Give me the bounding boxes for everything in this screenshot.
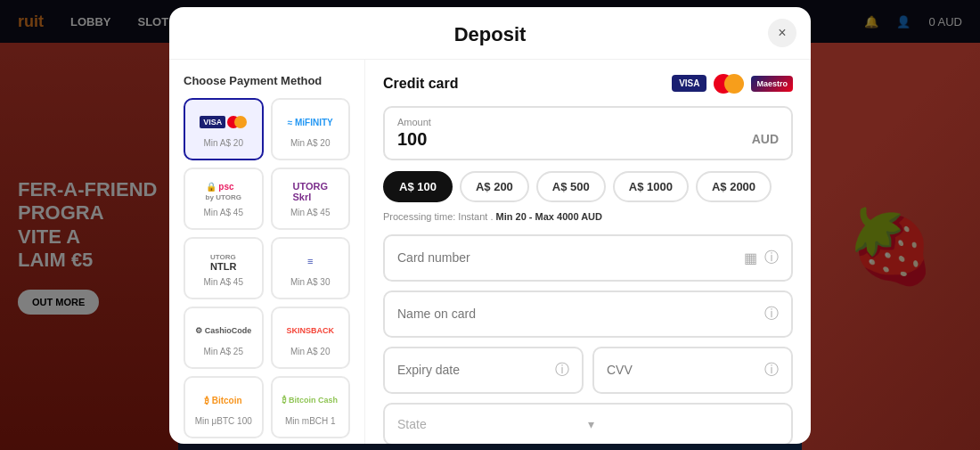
quick-amount-500[interactable]: A$ 500: [536, 171, 606, 202]
quick-amounts: A$ 100 A$ 200 A$ 500 A$ 1000 A$ 2000: [383, 171, 793, 202]
amount-box[interactable]: Amount 100 AUD: [383, 106, 793, 160]
ecopayz-logo: ≡: [307, 249, 313, 274]
expiry-input[interactable]: [397, 363, 548, 377]
mifinity-text: ≈ MiFINITY: [288, 118, 333, 127]
cvv-field[interactable]: ⓘ: [592, 347, 793, 394]
visa-logo: VISA: [672, 75, 706, 92]
processing-info: Processing time: Instant . Min 20 - Max …: [383, 211, 793, 222]
psc-min: Min A$ 45: [204, 208, 243, 217]
skinsback-logo: SKINSBACK: [286, 318, 334, 343]
deposit-modal: Deposit × Choose Payment Method VISA: [169, 7, 811, 444]
ecopayz-text: ≡: [307, 256, 313, 266]
amount-currency: AUD: [752, 132, 779, 146]
ntlr-text: UTORGNTLR: [210, 250, 236, 272]
cashiocode-text: ⚙ CashioCode: [195, 326, 251, 335]
cvv-input[interactable]: [607, 363, 757, 377]
form-header: Credit card VISA Maestro: [383, 74, 793, 94]
payment-method-skrill[interactable]: UTORGSkrl Min A$ 45: [271, 168, 351, 230]
payment-method-ntlr[interactable]: UTORGNTLR Min A$ 45: [184, 237, 264, 299]
maestro-logo: Maestro: [751, 76, 793, 92]
quick-amount-200[interactable]: A$ 200: [460, 171, 529, 202]
chevron-down-icon: ▾: [588, 417, 779, 431]
amount-label: Amount: [397, 117, 779, 127]
payment-method-bitcoin[interactable]: ₿ Bitcoin Min μBTC 100: [184, 376, 264, 438]
payment-methods-title: Choose Payment Method: [184, 74, 350, 87]
cashiocode-min: Min A$ 25: [204, 347, 243, 356]
payment-methods-grid: VISA Min A$ 20 ≈ MiFINITY: [184, 98, 350, 438]
name-info-icon[interactable]: ⓘ: [764, 305, 779, 323]
cashiocode-logo: ⚙ CashioCode: [195, 318, 251, 343]
processing-time-label: Processing time: Instant: [383, 211, 487, 222]
payment-method-bitcoincash[interactable]: ₿ Bitcoin Cash Min mBCH 1: [271, 376, 351, 438]
skrill-text: UTORGSkrl: [292, 181, 328, 202]
payment-methods-panel: Choose Payment Method VISA Min A$ 20: [169, 60, 365, 444]
psc-logo: 🔒 pscby UTORG: [206, 179, 241, 204]
quick-amount-2000[interactable]: A$ 2000: [696, 171, 772, 202]
visa-mini-logo: VISA: [200, 116, 225, 128]
amount-row: 100 AUD: [397, 129, 779, 150]
amount-value: 100: [397, 129, 427, 150]
mifinity-logo: ≈ MiFINITY: [288, 110, 333, 135]
expiry-field[interactable]: ⓘ: [383, 347, 584, 394]
cvv-info-icon[interactable]: ⓘ: [764, 361, 779, 380]
bitcoincash-logo: ₿ Bitcoin Cash: [282, 388, 338, 413]
skinsback-text: SKINSBACK: [286, 326, 334, 335]
skinsback-min: Min A$ 20: [290, 347, 330, 356]
deposit-form-panel: Credit card VISA Maestro Amount 100: [365, 60, 811, 444]
bitcoin-text: ₿ Bitcoin: [205, 396, 242, 405]
card-logos: VISA Maestro: [672, 74, 793, 94]
expiry-info-icon[interactable]: ⓘ: [555, 361, 569, 380]
card-number-input[interactable]: [397, 250, 737, 265]
creditcard-logo: VISA: [200, 110, 247, 135]
skrill-logo: UTORGSkrl: [292, 179, 328, 204]
mc-mini-logo: [227, 116, 247, 128]
name-on-card-input[interactable]: [397, 307, 757, 321]
payment-method-psc[interactable]: 🔒 pscby UTORG Min A$ 45: [184, 168, 264, 230]
state-field[interactable]: State ▾: [383, 403, 793, 444]
mifinity-min: Min A$ 20: [290, 138, 330, 148]
quick-amount-100[interactable]: A$ 100: [383, 171, 453, 202]
form-title: Credit card: [383, 76, 458, 92]
state-placeholder: State: [397, 417, 588, 431]
modal-body: Choose Payment Method VISA Min A$ 20: [169, 60, 811, 444]
expiry-cvv-row: ⓘ ⓘ: [383, 347, 793, 403]
ecopayz-min: Min A$ 30: [290, 277, 330, 287]
card-icon: ▦: [744, 250, 757, 266]
bitcoin-min: Min μBTC 100: [195, 416, 252, 426]
creditcard-min: Min A$ 20: [204, 138, 243, 148]
ntlr-logo: UTORGNTLR: [210, 249, 236, 274]
psc-text: 🔒 pscby UTORG: [206, 182, 241, 201]
close-button[interactable]: ×: [768, 19, 796, 47]
bitcoincash-min: Min mBCH 1: [285, 416, 336, 426]
modal-overlay: Deposit × Choose Payment Method VISA: [0, 0, 980, 450]
processing-limits: Min 20 - Max 4000 AUD: [496, 211, 602, 222]
payment-method-ecopayz[interactable]: ≡ Min A$ 30: [271, 237, 351, 299]
modal-header: Deposit ×: [169, 7, 811, 60]
quick-amount-1000[interactable]: A$ 1000: [613, 171, 689, 202]
payment-method-cashiocode[interactable]: ⚙ CashioCode Min A$ 25: [184, 307, 264, 369]
card-number-field[interactable]: ▦ ⓘ: [383, 234, 793, 282]
payment-method-creditcard[interactable]: VISA Min A$ 20: [184, 98, 264, 160]
mc-orange: [724, 74, 744, 94]
payment-method-skinsback[interactable]: SKINSBACK Min A$ 20: [271, 307, 351, 369]
skrill-min: Min A$ 45: [290, 208, 330, 217]
payment-method-mifinity[interactable]: ≈ MiFINITY Min A$ 20: [271, 98, 351, 160]
bitcoin-logo: ₿ Bitcoin: [205, 388, 242, 413]
bitcoincash-text: ₿ Bitcoin Cash: [282, 396, 338, 405]
ntlr-min: Min A$ 45: [204, 277, 243, 287]
mc-orange-circle: [234, 116, 247, 128]
name-on-card-field[interactable]: ⓘ: [383, 290, 793, 338]
modal-title: Deposit: [454, 23, 527, 46]
mastercard-logo: [714, 74, 744, 94]
card-info-icon[interactable]: ⓘ: [764, 249, 779, 267]
